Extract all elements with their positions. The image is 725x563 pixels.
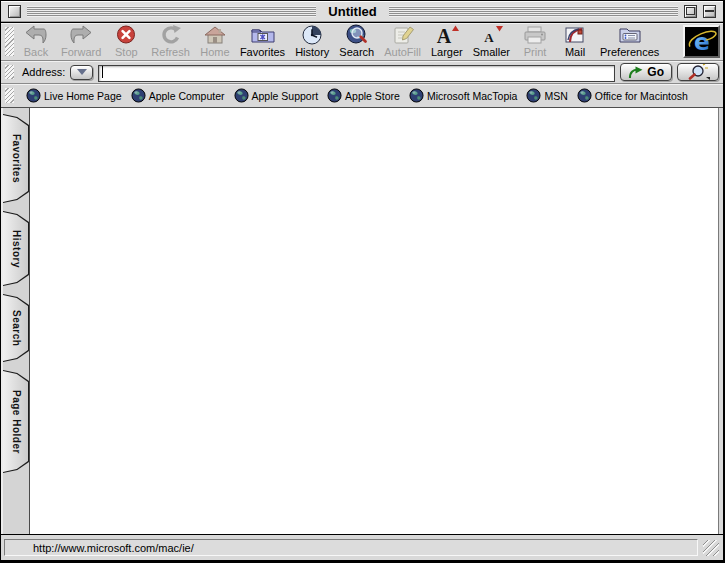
toolbar-button-label: Print	[524, 46, 547, 58]
forward-button: Forward	[59, 24, 103, 58]
print-icon	[522, 24, 548, 46]
svg-text:A: A	[485, 30, 495, 45]
history-button[interactable]: History	[293, 24, 331, 58]
favorite-label: Microsoft MacTopia	[427, 90, 517, 102]
preferences-button[interactable]: Preferences	[598, 24, 661, 58]
favorite-label: Apple Computer	[149, 90, 225, 102]
toolbar-button-label: Mail	[565, 46, 585, 58]
home-icon	[202, 24, 228, 46]
autofill-icon	[390, 24, 416, 46]
close-box[interactable]	[8, 5, 21, 18]
titlebar[interactable]: Untitled	[1, 1, 723, 23]
mail-icon	[562, 24, 588, 46]
favorites-bar-item-apple-computer[interactable]: Apple Computer	[131, 88, 225, 103]
search-button[interactable]: Search	[337, 24, 376, 58]
text-caret	[102, 66, 103, 78]
side-tab-page-holder[interactable]: Page Holder	[3, 370, 29, 473]
globe-icon	[26, 88, 41, 103]
side-tab-search[interactable]: Search	[3, 294, 29, 362]
toolbar-button-label: Search	[339, 46, 374, 58]
internet-explorer-logo: e	[683, 25, 720, 58]
magnifier-sparkle-icon	[686, 64, 710, 80]
address-history-dropdown[interactable]	[70, 65, 93, 80]
toolbar-button-label: Favorites	[240, 46, 285, 58]
autofill-button: AutoFill	[382, 24, 423, 58]
larger-icon: A	[434, 24, 460, 46]
globe-icon	[234, 88, 249, 103]
browser-viewport[interactable]	[30, 108, 718, 534]
globe-icon	[409, 88, 424, 103]
toolbar-button-label: Forward	[61, 46, 101, 58]
globe-icon	[526, 88, 541, 103]
toolbar-button-label: Stop	[115, 46, 138, 58]
status-bar: http://www.microsoft.com/mac/ie/	[1, 534, 723, 560]
print-button: Print	[518, 24, 552, 58]
explorer-bar-tabstrip: FavoritesHistorySearchPage Holder	[1, 108, 30, 534]
favorites-bar-item-apple-store[interactable]: Apple Store	[327, 88, 400, 103]
side-tab-label: History	[3, 211, 29, 286]
resize-grip[interactable]	[703, 540, 719, 556]
side-tab-label: Favorites	[3, 114, 29, 203]
toolbar-button-label: Refresh	[151, 46, 190, 58]
smaller-icon: A	[478, 24, 504, 46]
toolbar-drag-handle[interactable]	[5, 27, 14, 56]
collapse-box[interactable]	[703, 5, 716, 18]
side-tab-label: Page Holder	[3, 370, 29, 473]
toolbar-button-label: Back	[24, 46, 48, 58]
toolbar-button-label: Preferences	[600, 46, 659, 58]
favorites-button[interactable]: Favorites	[238, 24, 287, 58]
titlebar-stripes	[27, 6, 316, 17]
address-label: Address:	[22, 66, 65, 78]
zoom-box[interactable]	[684, 5, 697, 18]
toolbar-button-label: Home	[200, 46, 229, 58]
toolbar-button-label: AutoFill	[384, 46, 421, 58]
favorite-label: Apple Support	[252, 90, 319, 102]
side-tab-favorites[interactable]: Favorites	[3, 114, 29, 203]
back-icon	[23, 24, 49, 46]
favorite-label: Live Home Page	[44, 90, 122, 102]
titlebar-stripes	[389, 6, 678, 17]
side-tab-history[interactable]: History	[3, 211, 29, 286]
favorites-bar-drag-handle[interactable]	[5, 88, 14, 103]
favorites-bar-item-msn[interactable]: MSN	[526, 88, 567, 103]
history-icon	[299, 24, 325, 46]
toolbar-button-label: Smaller	[473, 46, 510, 58]
favorites-icon	[250, 24, 276, 46]
forward-icon	[68, 24, 94, 46]
address-search-button[interactable]	[677, 63, 719, 81]
favorites-bar-item-apple-support[interactable]: Apple Support	[234, 88, 319, 103]
favorites-bar-item-live-home-page[interactable]: Live Home Page	[26, 88, 122, 103]
toolbar: BackForwardStopRefreshHomeFavoritesHisto…	[1, 23, 723, 61]
refresh-button: Refresh	[149, 24, 192, 58]
status-message: http://www.microsoft.com/mac/ie/	[4, 539, 698, 556]
chevron-down-icon	[77, 69, 87, 75]
favorites-bar: Live Home PageApple ComputerApple Suppor…	[1, 84, 723, 108]
favorites-bar-items: Live Home PageApple ComputerApple Suppor…	[26, 88, 688, 103]
window-right-frame	[718, 108, 723, 534]
address-bar-drag-handle[interactable]	[5, 65, 14, 79]
home-button: Home	[198, 24, 232, 58]
toolbar-buttons: BackForwardStopRefreshHomeFavoritesHisto…	[17, 23, 661, 60]
larger-button[interactable]: ALarger	[429, 24, 465, 58]
favorite-label: MSN	[544, 90, 567, 102]
window-title: Untitled	[322, 4, 382, 19]
favorites-bar-item-microsoft-mactopia[interactable]: Microsoft MacTopia	[409, 88, 517, 103]
favorite-label: Office for Macintosh	[595, 90, 688, 102]
stop-icon	[113, 24, 139, 46]
refresh-icon	[158, 24, 184, 46]
search-icon	[344, 24, 370, 46]
favorites-bar-item-office-for-macintosh[interactable]: Office for Macintosh	[577, 88, 688, 103]
go-label: Go	[647, 65, 664, 79]
address-input[interactable]	[98, 65, 615, 82]
globe-icon	[131, 88, 146, 103]
toolbar-button-label: History	[295, 46, 329, 58]
mail-button[interactable]: Mail	[558, 24, 592, 58]
preferences-icon	[617, 24, 643, 46]
smaller-button[interactable]: ASmaller	[471, 24, 512, 58]
globe-icon	[327, 88, 342, 103]
go-button[interactable]: Go	[620, 63, 672, 81]
browser-window: Untitled BackForwardStopRefreshHomeFavor…	[0, 0, 725, 563]
toolbar-button-label: Larger	[431, 46, 463, 58]
address-bar: Address: Go	[1, 61, 723, 84]
stop-button: Stop	[109, 24, 143, 58]
